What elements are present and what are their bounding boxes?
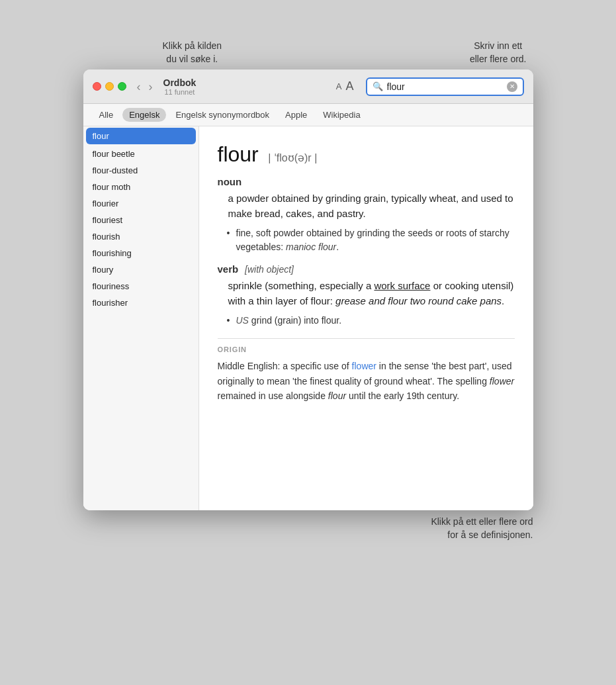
filter-tab-engelsk[interactable]: Engelsk [122, 108, 166, 122]
maximize-button[interactable] [118, 82, 126, 91]
pos-verb: verb [with object] [218, 263, 515, 275]
word-title: flour [218, 142, 259, 166]
work-surface-link[interactable]: work surface [374, 280, 430, 291]
sidebar-item-flouriness[interactable]: flouriness [83, 278, 198, 295]
sidebar-item-flourisher[interactable]: flourisher [83, 295, 198, 311]
noun-bullet-1[interactable]: fine, soft powder obtained by grinding t… [236, 226, 515, 254]
verb-definition-1[interactable]: sprinkle (something, especially a work s… [228, 279, 515, 308]
sidebar-item-flour-beetle[interactable]: flour beetle [83, 146, 198, 162]
sidebar-item-flouriest[interactable]: flouriest [83, 212, 198, 228]
sidebar-item-flour-dusted[interactable]: flour-dusted [83, 162, 198, 179]
font-size-controls: A A [336, 79, 354, 93]
forward-button[interactable]: › [146, 79, 155, 94]
section-divider [218, 338, 515, 339]
clear-search-button[interactable]: ✕ [507, 81, 517, 92]
back-button[interactable]: ‹ [134, 79, 144, 94]
sidebar-item-floury[interactable]: floury [83, 261, 198, 278]
title-block: Ordbok 11 funnet [163, 77, 197, 96]
origin-text[interactable]: Middle English: a specific use of flower… [218, 359, 515, 403]
sidebar-item-flourishing[interactable]: flourishing [83, 245, 198, 261]
sidebar: flour flour beetle flour-dusted flour mo… [83, 126, 199, 510]
tooltip-search: Skriv inn ett eller flere ord. [470, 40, 527, 66]
tooltip-source: Klikk på kilden du vil søke i. [163, 40, 222, 66]
nav-buttons: ‹ › [134, 79, 155, 94]
minimize-button[interactable] [105, 82, 114, 91]
sidebar-item-flour[interactable]: flour [86, 128, 196, 144]
sidebar-item-flourier[interactable]: flourier [83, 195, 198, 212]
filter-tab-wikipedia[interactable]: Wikipedia [316, 108, 367, 122]
decrease-font-button[interactable]: A [336, 81, 342, 91]
search-field-container[interactable]: 🔍 ✕ [366, 77, 524, 96]
filter-bar: Alle Engelsk Engelsk synonymordbok Apple… [83, 104, 533, 126]
tooltip-click-word: Klikk på ett eller flere ord for å se de… [83, 516, 533, 541]
traffic-lights [93, 82, 126, 91]
filter-tab-alle[interactable]: Alle [93, 108, 120, 122]
filter-tab-apple[interactable]: Apple [279, 108, 314, 122]
noun-definition-1[interactable]: a powder obtained by grinding grain, typ… [228, 191, 515, 221]
result-count: 11 funnet [164, 88, 195, 96]
pronunciation: | ˈfloʊ(ə)r | [268, 152, 317, 163]
word-heading: flour | ˈfloʊ(ə)r | [218, 142, 515, 167]
increase-font-button[interactable]: A [345, 79, 353, 93]
search-icon: 🔍 [373, 81, 383, 91]
search-input[interactable] [387, 81, 503, 92]
definition-panel: flour | ˈfloʊ(ə)r | noun a powder obtain… [199, 126, 533, 510]
sidebar-item-flour-moth[interactable]: flour moth [83, 179, 198, 195]
verb-bullet-1[interactable]: US grind (grain) into flour. [236, 314, 515, 328]
window-title: Ordbok [163, 77, 197, 88]
flower-link[interactable]: flower [352, 361, 376, 371]
content-area: flour flour beetle flour-dusted flour mo… [83, 126, 533, 510]
origin-label: ORIGIN [218, 345, 515, 353]
pos-noun: noun [218, 176, 515, 187]
close-button[interactable] [93, 82, 101, 91]
app-window: ‹ › Ordbok 11 funnet A A 🔍 ✕ Alle Engels… [83, 69, 533, 510]
titlebar: ‹ › Ordbok 11 funnet A A 🔍 ✕ [83, 69, 533, 104]
sidebar-item-flourish[interactable]: flourish [83, 228, 198, 245]
filter-tab-synonymordbok[interactable]: Engelsk synonymordbok [169, 108, 276, 122]
